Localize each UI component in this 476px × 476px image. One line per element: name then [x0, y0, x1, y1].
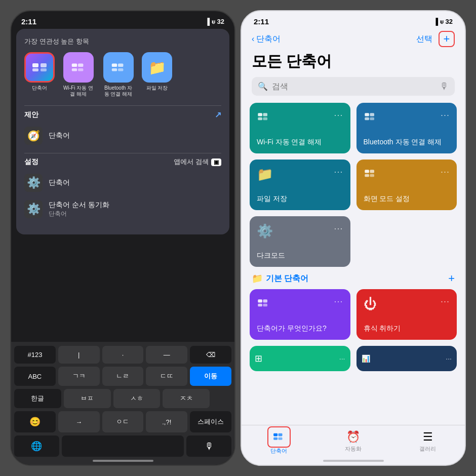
kb-key-jc[interactable]: ㅈㅊ [163, 389, 210, 408]
svg-rect-26 [258, 304, 262, 306]
app-icon-bluetooth[interactable]: Bluetooth 자동 연결 해제 [102, 52, 135, 97]
svg-rect-23 [370, 174, 374, 177]
tab-gallery[interactable]: ☰ 갤러리 [419, 430, 436, 455]
card-top-bt: ··· [364, 110, 450, 127]
svg-rect-13 [263, 113, 267, 116]
partial-card-1[interactable]: ⊞ ··· [250, 346, 350, 371]
card-dots-file[interactable]: ··· [334, 167, 343, 177]
shortcut-card-rest[interactable]: ⏻ ··· 휴식 취하기 [356, 289, 457, 340]
right-time: 2:11 [254, 17, 269, 26]
shortcut-card-wifi[interactable]: ··· Wi-Fi 자동 연결 해제 [250, 103, 350, 153]
app-icons-row: 단축어 Wi-Fi 자동 연결 해제 [24, 52, 221, 97]
svg-rect-25 [263, 299, 267, 302]
shortcut-card-file[interactable]: 📁 ··· 파일 저장 [250, 160, 350, 210]
select-button[interactable]: 선택 [416, 34, 432, 45]
card-label-file: 파일 저장 [257, 194, 343, 203]
card-dots-dark[interactable]: ··· [334, 223, 343, 234]
right-search-input[interactable] [272, 82, 435, 91]
kb-key-punct[interactable]: .,?! [146, 411, 187, 432]
basic-shortcuts-add[interactable]: + [448, 272, 455, 285]
kb-key-arrow[interactable]: → [58, 411, 100, 432]
card-dots-rest[interactable]: ··· [441, 296, 450, 307]
partial-card-2[interactable]: 📊 ··· [356, 346, 457, 371]
card-dots-bt[interactable]: ··· [441, 110, 450, 121]
kb-key-od[interactable]: ㅇㄷ [102, 411, 144, 432]
kb-key-dash[interactable]: — [146, 346, 187, 364]
gallery-icon: ☰ [423, 430, 433, 444]
settings-label: 앱에서 검색 ▣ [174, 157, 221, 167]
card-icon-rest: ⏻ [364, 296, 377, 312]
app-icon-wifi[interactable]: Wi-Fi 자동 연결 해제 [62, 52, 95, 97]
suggestion-shortcuts[interactable]: 🧭 단축어 [24, 123, 221, 149]
settings-shortcuts-item[interactable]: ⚙️ 단축어 [24, 170, 221, 196]
svg-rect-21 [370, 170, 374, 173]
add-shortcut-button[interactable]: + [439, 31, 455, 47]
kb-key-abc[interactable]: ABC [14, 367, 56, 386]
shortcut-card-dark[interactable]: ⚙️ ··· 다크모드 [250, 216, 350, 267]
kb-key-pipe[interactable]: | [58, 346, 100, 364]
top-section-title: 가장 연관성 높은 항목 [24, 37, 221, 46]
shortcut-card-what[interactable]: ··· 단축어가 무엇인가요? [250, 289, 350, 340]
svg-rect-11 [118, 68, 123, 71]
tab-automation[interactable]: ⏰ 자동화 [345, 430, 362, 455]
kb-key-dd[interactable]: ㄷㄸ [146, 367, 187, 386]
svg-rect-8 [111, 63, 116, 67]
svg-rect-27 [263, 304, 267, 306]
partial-row: ⊞ ··· 📊 ··· [242, 346, 465, 371]
settings-sync-text: 단축어 순서 동기화 단축어 [49, 201, 109, 218]
card-dots-what[interactable]: ··· [334, 296, 343, 307]
safari-icon: 🧭 [24, 127, 43, 145]
kb-key-dot[interactable]: · [102, 346, 144, 364]
partial-dots-1: ··· [339, 354, 345, 363]
kb-key-bp[interactable]: ㅂㅍ [64, 389, 111, 408]
kb-key-emoji[interactable]: 😊 [14, 411, 56, 432]
card-icon-bt [364, 110, 378, 127]
card-top-what: ··· [257, 296, 343, 313]
file-label: 파일 저장 [146, 85, 168, 91]
kb-key-nl[interactable]: ㄴㄹ [102, 367, 144, 386]
partial-icon-1: ⊞ [255, 353, 262, 364]
right-search-bar[interactable]: 🔍 🎙 [252, 77, 455, 96]
app-icon-shortcuts[interactable]: 단축어 [24, 52, 55, 97]
kb-key-hangul[interactable]: 한글 [14, 389, 61, 408]
card-label-bt: Bluetooth 자동 연결 해제 [364, 137, 450, 146]
partial-icon-2: 📊 [362, 354, 370, 363]
gear-icon-1: ⚙️ [24, 174, 43, 192]
divider-2 [24, 153, 221, 153]
kb-key-space[interactable]: 스페이스 [190, 411, 231, 432]
card-label-screen: 화면 모드 설정 [364, 194, 450, 203]
svg-rect-14 [258, 117, 262, 120]
back-chevron: ‹ [252, 34, 254, 44]
tab-shortcuts[interactable]: 단축어 [270, 430, 287, 455]
keyboard[interactable]: #123 | · — ⌫ ABC ㄱㅋ ㄴㄹ ㄷㄸ 이동 한글 ㅂㅍ ㅅㅎ ㅈㅊ [11, 342, 234, 465]
kb-key-mic[interactable]: 🎙 [186, 435, 231, 457]
right-status-bar: 2:11 ▐ ᵾ 32 [242, 11, 465, 29]
home-indicator-right [323, 460, 384, 462]
kb-key-globe[interactable]: 🌐 [14, 435, 59, 457]
svg-rect-1 [41, 63, 47, 67]
kb-key-123[interactable]: #123 [14, 346, 56, 364]
card-dots-screen[interactable]: ··· [441, 167, 450, 177]
app-icon-file[interactable]: 📁 파일 저장 [142, 52, 172, 97]
partial-dots-2: ··· [446, 354, 452, 363]
settings-sync-item[interactable]: ⚙️ 단축어 순서 동기화 단축어 [24, 196, 221, 222]
kb-key-gk[interactable]: ㄱㅋ [58, 367, 100, 386]
shortcuts-svg [30, 58, 49, 76]
kb-row-1: #123 | · — ⌫ [14, 346, 231, 364]
kb-spacer [212, 389, 231, 408]
kb-key-sh[interactable]: ㅅㅎ [113, 389, 161, 408]
settings-section: 설정 앱에서 검색 ▣ ⚙️ 단축어 ⚙️ [24, 157, 221, 222]
svg-rect-2 [32, 68, 38, 71]
wifi-icon-box [63, 52, 94, 83]
shortcut-card-bt[interactable]: ··· Bluetooth 자동 연결 해제 [356, 103, 457, 153]
shortcut-card-screen[interactable]: ··· 화면 모드 설정 [356, 160, 457, 210]
kb-key-backspace[interactable]: ⌫ [190, 346, 231, 364]
kb-row-5: 🌐 🎙 [14, 435, 231, 457]
right-nav: ‹ 단축어 선택 + [242, 29, 465, 51]
card-top-rest: ⏻ ··· [364, 296, 450, 312]
kb-row-2: ABC ㄱㅋ ㄴㄹ ㄷㄸ 이동 [14, 367, 231, 386]
kb-key-space-long[interactable] [62, 435, 184, 457]
back-button[interactable]: ‹ 단축어 [252, 34, 281, 45]
kb-key-move[interactable]: 이동 [190, 367, 231, 386]
card-dots-wifi[interactable]: ··· [334, 110, 343, 121]
